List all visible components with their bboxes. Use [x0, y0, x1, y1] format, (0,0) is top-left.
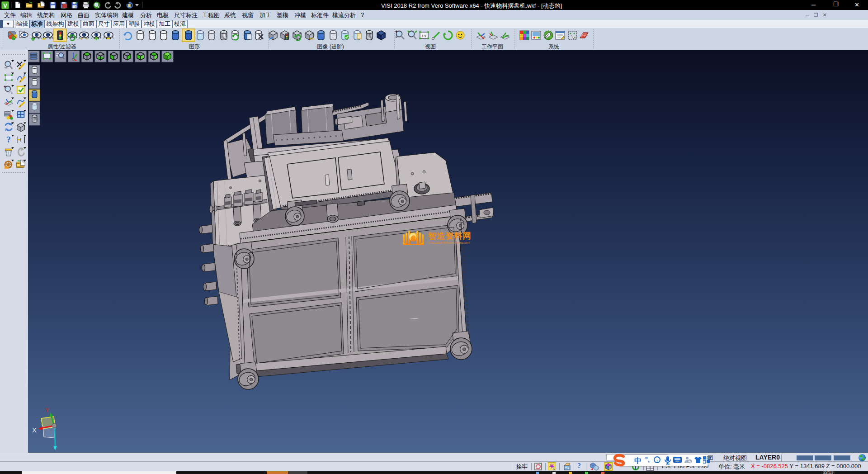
svg-text:+: + [395, 29, 397, 34]
svg-text:Y: Y [45, 407, 49, 413]
svg-text:1:1: 1:1 [421, 34, 427, 38]
svg-text:+/−: +/− [309, 37, 315, 41]
svg-text:−: − [85, 36, 88, 41]
svg-text:+: + [80, 36, 83, 41]
svg-text:智造资料网: 智造资料网 [428, 231, 472, 241]
svg-text:7: 7 [689, 460, 691, 464]
svg-text:INTELLIGENT MANUFACTURING DATA: INTELLIGENT MANUFACTURING DATA [428, 242, 470, 244]
svg-text:?: ? [6, 135, 10, 144]
svg-text:X: X [32, 426, 37, 434]
svg-text:+: + [4, 85, 6, 89]
svg-text:V: V [3, 2, 7, 9]
